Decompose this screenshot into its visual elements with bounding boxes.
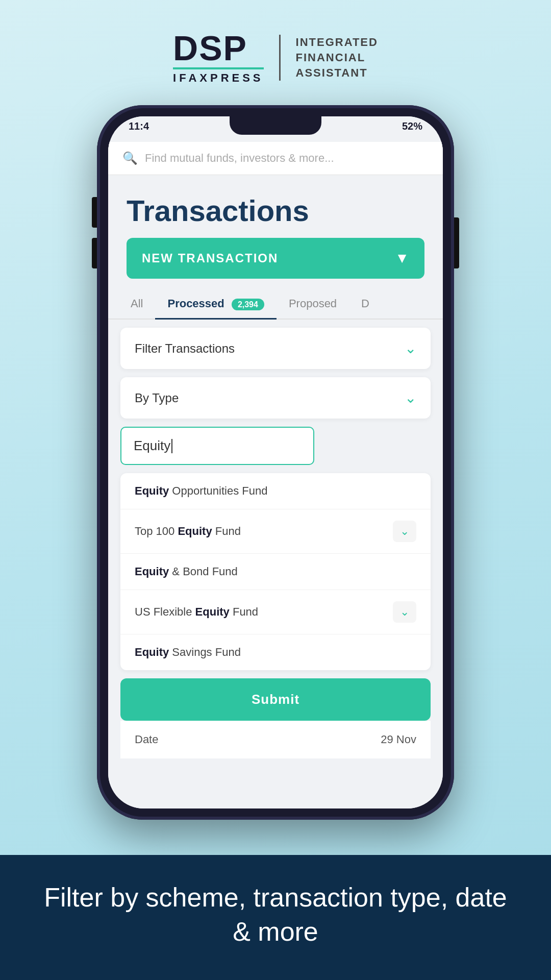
filter-transactions-card[interactable]: Filter Transactions ⌄ — [120, 328, 431, 369]
tab-proposed-label: Proposed — [289, 297, 337, 310]
result-chevron-icon: ⌄ — [393, 521, 416, 542]
page-title-section: Transactions — [108, 175, 443, 238]
search-icon: 🔍 — [122, 151, 138, 165]
tab-all[interactable]: All — [118, 289, 155, 318]
date-value: 29 Nov — [381, 733, 416, 746]
tab-processed-badge: 2,394 — [232, 299, 264, 310]
search-placeholder-text: Find mutual funds, investors & more... — [145, 152, 334, 165]
result-equity-opportunities: Equity Opportunities Fund — [135, 484, 267, 498]
tab-other-label: D — [361, 297, 369, 310]
filter-chevron-icon: ⌄ — [405, 340, 416, 357]
tabs-row: All Processed 2,394 Proposed D — [108, 289, 443, 320]
brand-ifaxpress-text: IFAXPRESS — [173, 67, 263, 85]
fund-results-list: Equity Opportunities Fund Top 100 Equity… — [120, 473, 431, 670]
brand-header: DSP IFAXPRESS INTEGRATED FINANCIAL ASSIS… — [173, 0, 378, 105]
list-item[interactable]: Equity Opportunities Fund — [120, 473, 431, 509]
submit-button[interactable]: Submit — [120, 678, 431, 721]
search-bar[interactable]: 🔍 Find mutual funds, investors & more... — [108, 142, 443, 175]
tab-processed-label: Processed — [167, 297, 224, 310]
bottom-caption-bar: Filter by scheme, transaction type, date… — [0, 855, 551, 980]
tab-all-label: All — [131, 297, 143, 310]
new-transaction-label: NEW TRANSACTION — [142, 251, 278, 265]
phone-btn-volume-down — [92, 238, 97, 268]
date-label: Date — [135, 733, 158, 746]
by-type-card[interactable]: By Type ⌄ — [120, 377, 431, 419]
phone-btn-volume-up — [92, 197, 97, 228]
equity-search-wrapper: Equity — [120, 427, 431, 465]
filter-transactions-label: Filter Transactions — [135, 341, 235, 356]
page-title: Transactions — [127, 193, 424, 228]
brand-logo: DSP IFAXPRESS — [173, 31, 263, 85]
new-transaction-button[interactable]: NEW TRANSACTION ▼ — [127, 238, 424, 279]
brand-divider — [279, 35, 281, 81]
phone-btn-power — [454, 217, 459, 268]
result-equity-savings: Equity Savings Fund — [135, 646, 241, 659]
bottom-caption-text: Filter by scheme, transaction type, date… — [41, 880, 510, 949]
list-item[interactable]: Equity & Bond Fund — [120, 554, 431, 590]
by-type-label: By Type — [135, 391, 179, 405]
result-us-flexible-equity: US Flexible Equity Fund — [135, 605, 258, 619]
list-item[interactable]: Equity Savings Fund — [120, 634, 431, 670]
phone-mockup: 11:4 52% 🔍 Find mutual funds, investors … — [97, 105, 454, 820]
result-top100-equity: Top 100 Equity Fund — [135, 525, 241, 538]
brand-subtitle-line2: FINANCIAL — [296, 51, 378, 64]
brand-dsp-text: DSP — [173, 31, 247, 65]
tab-processed[interactable]: Processed 2,394 — [155, 289, 276, 318]
result-equity-bond: Equity & Bond Fund — [135, 565, 238, 578]
list-item[interactable]: US Flexible Equity Fund ⌄ — [120, 590, 431, 634]
result-chevron-icon: ⌄ — [393, 601, 416, 623]
chevron-down-icon: ▼ — [395, 250, 409, 266]
by-type-chevron-icon: ⌄ — [405, 389, 416, 406]
list-item[interactable]: Top 100 Equity Fund ⌄ — [120, 509, 431, 554]
brand-subtitle: INTEGRATED FINANCIAL ASSISTANT — [296, 36, 378, 80]
equity-search-input[interactable]: Equity — [120, 427, 314, 465]
status-battery: 52% — [402, 120, 422, 132]
phone-notch — [230, 116, 321, 135]
brand-subtitle-line1: INTEGRATED — [296, 36, 378, 49]
equity-search-value: Equity — [134, 438, 170, 454]
brand-subtitle-line3: ASSISTANT — [296, 66, 378, 80]
phone-screen: 11:4 52% 🔍 Find mutual funds, investors … — [108, 116, 443, 808]
date-row: Date 29 Nov — [120, 721, 431, 758]
tab-other[interactable]: D — [349, 289, 382, 318]
screen-content: 🔍 Find mutual funds, investors & more...… — [108, 142, 443, 808]
submit-label: Submit — [252, 692, 299, 707]
text-cursor — [171, 439, 172, 453]
status-time: 11:4 — [129, 120, 149, 132]
tab-proposed[interactable]: Proposed — [277, 289, 349, 318]
